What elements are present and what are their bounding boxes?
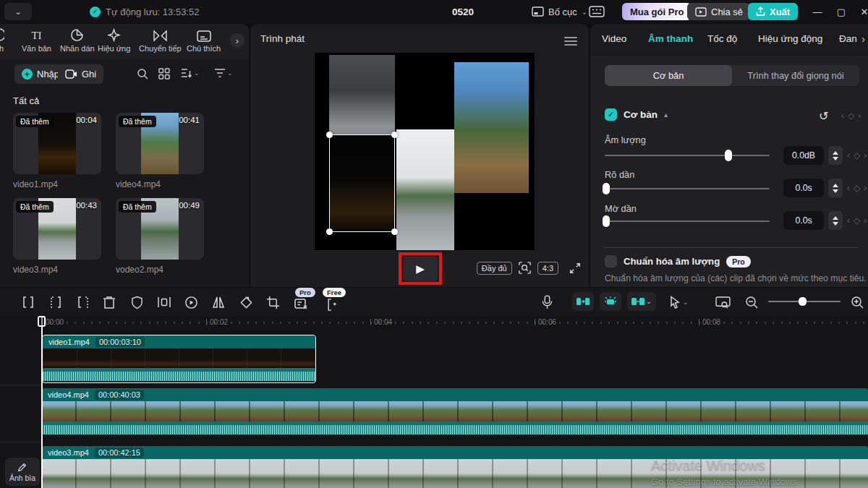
- keyframe-next-icon[interactable]: ›: [864, 183, 867, 193]
- layout-menu[interactable]: Bố cục ⌄: [532, 0, 587, 23]
- basic-checkbox[interactable]: ✓: [605, 108, 617, 121]
- media-item[interactable]: Đã thêm 00:04 video1.mp4: [13, 113, 101, 189]
- keyframe-prev-icon[interactable]: ‹: [847, 215, 850, 226]
- keyframe-diamond-icon[interactable]: ◇: [854, 183, 860, 193]
- preview-canvas[interactable]: [315, 53, 535, 250]
- quality-button[interactable]: Đầy đủ: [477, 262, 512, 275]
- subtab-voice-changer[interactable]: Trình thay đổi giọng nói: [732, 65, 859, 86]
- selection-handle[interactable]: [326, 132, 333, 138]
- media-thumbnail[interactable]: Đã thêm 00:41: [116, 113, 204, 174]
- filter-button[interactable]: ⌄: [214, 68, 233, 78]
- media-thumbnail[interactable]: Đã thêm 00:49: [116, 198, 204, 260]
- record-button[interactable]: Ghi: [58, 64, 103, 84]
- preview-clip-light-road[interactable]: [396, 129, 454, 250]
- fade-in-value[interactable]: 0.0s: [783, 179, 824, 197]
- normalize-checkbox[interactable]: [605, 255, 617, 267]
- tab-hieu-ung-dong[interactable]: Hiệu ứng động: [758, 33, 822, 44]
- slider-thumb[interactable]: [603, 183, 610, 194]
- slider-thumb[interactable]: [799, 297, 807, 306]
- tab-am-thanh[interactable]: Âm thanh: [648, 33, 693, 44]
- search-button[interactable]: [137, 68, 148, 80]
- cover-edit-button[interactable]: Ảnh bìa: [5, 458, 40, 486]
- zoom-in-button[interactable]: [849, 294, 865, 310]
- window-close-button[interactable]: ✕: [854, 0, 868, 23]
- fade-in-slider[interactable]: [605, 188, 770, 189]
- selection-handle[interactable]: [326, 228, 333, 235]
- tab-hieu-ung[interactable]: Hiệu ứng: [98, 27, 130, 53]
- delete-button[interactable]: [101, 294, 117, 310]
- freeze-frame-button[interactable]: [156, 294, 172, 310]
- aspect-ratio-button[interactable]: 4:3: [537, 262, 558, 275]
- media-filter-all[interactable]: Tất cả: [13, 95, 39, 106]
- keyframe-diamond-icon[interactable]: ◇: [854, 150, 860, 160]
- fade-out-slider[interactable]: [605, 221, 770, 222]
- tab-truncated[interactable]: Đan: [839, 33, 857, 44]
- timeline-zoom-slider[interactable]: [768, 301, 841, 302]
- player-menu-icon[interactable]: [564, 37, 577, 48]
- delete-right-button[interactable]: [75, 294, 91, 310]
- window-minimize-button[interactable]: —: [807, 0, 828, 23]
- crop-button[interactable]: [265, 294, 281, 310]
- slider-thumb[interactable]: [603, 215, 610, 227]
- shortcut-panel-button[interactable]: [589, 0, 605, 23]
- delete-left-button[interactable]: [48, 294, 64, 310]
- tab-am-thanh-partial[interactable]: anh: [0, 27, 4, 53]
- keyframe-controls[interactable]: ‹◇›: [841, 111, 861, 121]
- keyframe-controls[interactable]: ‹◇›: [847, 183, 867, 193]
- mirror-button[interactable]: [210, 294, 226, 310]
- basic-section-header[interactable]: ✓ Cơ bản ▴: [605, 108, 668, 121]
- keyframe-diamond-icon[interactable]: ◇: [854, 215, 860, 226]
- preview-axis-button[interactable]: [715, 294, 731, 310]
- keyframe-next-icon[interactable]: ›: [858, 111, 861, 121]
- focus-zoom-icon[interactable]: [518, 261, 532, 275]
- tab-strip-expand-button[interactable]: ›: [230, 33, 244, 48]
- playhead-handle[interactable]: [38, 316, 46, 327]
- preview-clip-night-selected[interactable]: [329, 134, 395, 232]
- subtab-co-ban[interactable]: Cơ bản: [605, 65, 732, 86]
- link-toggle[interactable]: ⌄: [627, 292, 656, 311]
- smart-tool-free-button[interactable]: [323, 296, 339, 312]
- reset-button[interactable]: ↺: [819, 109, 828, 123]
- fade-out-value[interactable]: 0.0s: [783, 211, 824, 230]
- slider-thumb[interactable]: [725, 150, 732, 161]
- tab-toc-do[interactable]: Tốc độ: [707, 33, 737, 44]
- rotate-button[interactable]: [238, 294, 254, 310]
- speed-button[interactable]: [183, 294, 199, 310]
- media-item[interactable]: Đã thêm 00:43 video3.mp4: [13, 198, 101, 275]
- tab-chuyen-tiep[interactable]: Chuyển tiếp: [139, 27, 182, 53]
- keyframe-prev-icon[interactable]: ‹: [841, 111, 844, 121]
- media-thumbnail[interactable]: Đã thêm 00:43: [13, 198, 101, 260]
- magnet-toggle[interactable]: [600, 292, 621, 311]
- fullscreen-icon[interactable]: [569, 262, 582, 275]
- volume-stepper[interactable]: [828, 146, 843, 165]
- keyframe-controls[interactable]: ‹◇›: [847, 215, 867, 226]
- keyframe-prev-icon[interactable]: ‹: [847, 150, 850, 160]
- tabs-more-button[interactable]: ›: [861, 33, 865, 45]
- tab-video[interactable]: Video: [602, 33, 626, 44]
- fade-out-stepper[interactable]: [828, 211, 843, 230]
- keyframe-prev-icon[interactable]: ‹: [847, 183, 850, 193]
- split-button[interactable]: [20, 294, 36, 310]
- buy-pro-button[interactable]: Mua gói Pro: [622, 3, 692, 20]
- volume-value[interactable]: 0.0dB: [783, 146, 824, 165]
- voiceover-button[interactable]: [539, 294, 555, 310]
- media-item[interactable]: Đã thêm 00:49 vodeo2.mp4: [116, 198, 204, 275]
- view-mode-button[interactable]: [158, 68, 170, 80]
- selection-handle[interactable]: [391, 132, 398, 138]
- tab-van-ban[interactable]: TI Văn bản: [22, 27, 51, 53]
- window-maximize-button[interactable]: ▢: [830, 0, 852, 23]
- keyframe-controls[interactable]: ‹◇›: [847, 150, 867, 160]
- media-thumbnail[interactable]: Đã thêm 00:04: [13, 113, 101, 174]
- tab-nhan-dan[interactable]: Nhãn dán: [60, 27, 95, 53]
- select-tool-button[interactable]: ⌄: [665, 294, 692, 310]
- preview-clip-blue-trees[interactable]: [454, 62, 529, 193]
- sort-button[interactable]: ⌄: [181, 68, 200, 78]
- volume-slider[interactable]: [605, 155, 770, 156]
- tab-chu-thich[interactable]: Chú thích: [187, 27, 221, 53]
- mask-button[interactable]: [129, 294, 145, 310]
- playhead[interactable]: [41, 316, 43, 488]
- fade-in-stepper[interactable]: [828, 179, 843, 197]
- timeline[interactable]: 00:00 00:02 00:04 00:06 00:08 video1.mp4…: [0, 316, 868, 488]
- main-menu-button[interactable]: ⌄: [4, 3, 32, 20]
- keyframe-next-icon[interactable]: ›: [864, 215, 867, 226]
